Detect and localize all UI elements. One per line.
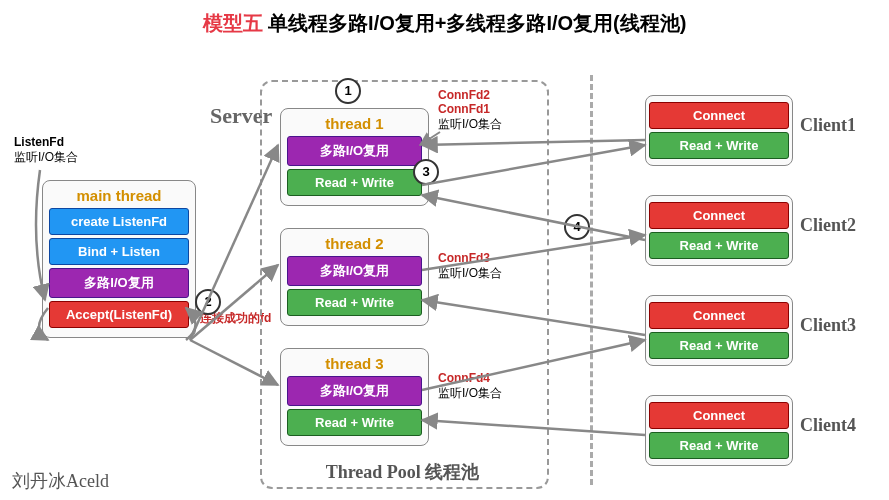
listenfd-note: ListenFd监听I/O集合: [14, 135, 78, 166]
client-3-label: Client3: [800, 315, 856, 336]
thread-3-rw: Read + Write: [287, 409, 422, 436]
thread-pool-title: Thread Pool 线程池: [260, 460, 545, 484]
main-thread-box: main thread create ListenFd Bind + Liste…: [42, 180, 196, 338]
client-3-box: Connect Read + Write: [645, 295, 793, 366]
client-1-label: Client1: [800, 115, 856, 136]
thread-3-fds: ConnFd4监听I/O集合: [438, 371, 502, 402]
client-2-box: Connect Read + Write: [645, 195, 793, 266]
thread-2-fds: ConnFd3监听I/O集合: [438, 251, 502, 282]
thread-3-box: thread 3 多路I/O复用 Read + Write: [280, 348, 429, 446]
client-1-connect: Connect: [649, 102, 789, 129]
step-1: 1: [335, 78, 361, 104]
thread-2-rw: Read + Write: [287, 289, 422, 316]
thread-1-mux: 多路I/O复用: [287, 136, 422, 166]
client-4-rw: Read + Write: [649, 432, 789, 459]
client-3-connect: Connect: [649, 302, 789, 329]
main-thread-title: main thread: [49, 187, 189, 204]
client-2-rw: Read + Write: [649, 232, 789, 259]
step-3: 3: [413, 159, 439, 185]
client-1-rw: Read + Write: [649, 132, 789, 159]
signature: 刘丹冰Aceld: [12, 469, 109, 493]
client-4-box: Connect Read + Write: [645, 395, 793, 466]
thread-1-rw: Read + Write: [287, 169, 422, 196]
client-1-box: Connect Read + Write: [645, 95, 793, 166]
thread-2-title: thread 2: [287, 235, 422, 252]
step-2: 2: [195, 289, 221, 315]
diagram-title: 模型五 单线程多路I/O复用+多线程多路I/O复用(线程池): [0, 0, 889, 37]
accept: Accept(ListenFd): [49, 301, 189, 328]
thread-3-mux: 多路I/O复用: [287, 376, 422, 406]
client-2-label: Client2: [800, 215, 856, 236]
thread-1-box: thread 1 多路I/O复用 Read + Write: [280, 108, 429, 206]
client-4-label: Client4: [800, 415, 856, 436]
thread-3-title: thread 3: [287, 355, 422, 372]
thread-1-title: thread 1: [287, 115, 422, 132]
create-listenfd: create ListenFd: [49, 208, 189, 235]
thread-2-box: thread 2 多路I/O复用 Read + Write: [280, 228, 429, 326]
client-3-rw: Read + Write: [649, 332, 789, 359]
main-mux: 多路I/O复用: [49, 268, 189, 298]
divider-line: [590, 75, 593, 485]
thread-2-mux: 多路I/O复用: [287, 256, 422, 286]
client-2-connect: Connect: [649, 202, 789, 229]
step-4: 4: [564, 214, 590, 240]
bind-listen: Bind + Listen: [49, 238, 189, 265]
client-4-connect: Connect: [649, 402, 789, 429]
thread-1-fds: ConnFd2 ConnFd1监听I/O集合: [438, 88, 502, 133]
